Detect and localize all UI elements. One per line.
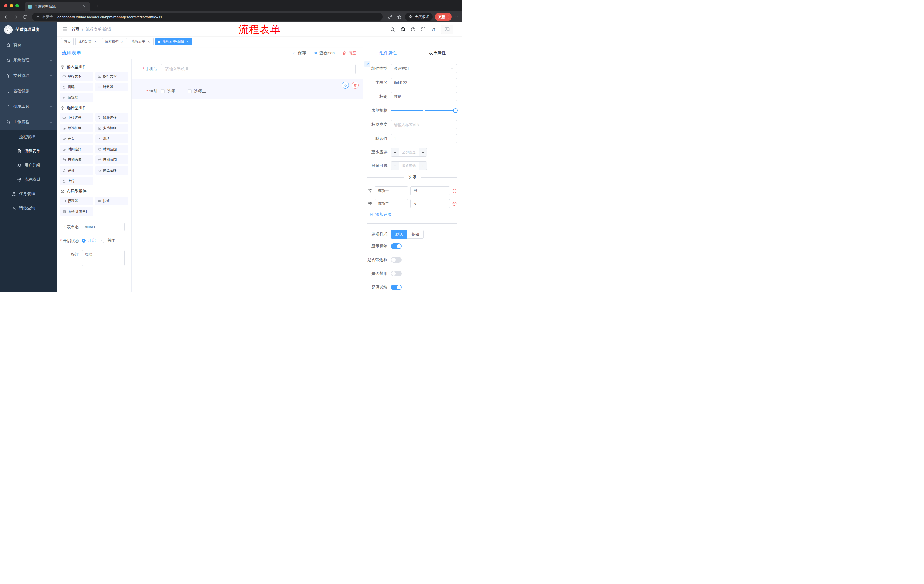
reload-button[interactable] — [21, 13, 28, 20]
option-2-value-input[interactable] — [410, 199, 450, 208]
show-label-switch[interactable] — [391, 243, 402, 249]
min-select-stepper[interactable]: − 至少应选 + — [391, 148, 427, 156]
sidebar-item-infra[interactable]: 基础设施 — [0, 84, 57, 99]
save-button[interactable]: 保存 — [292, 51, 306, 56]
component-chip-counter[interactable]: 计数器 — [96, 82, 129, 91]
sidebar-item-system[interactable]: 系统管理 — [0, 53, 57, 68]
component-chip-editor[interactable]: 编辑器 — [60, 93, 93, 102]
sidebar-logo[interactable]: 芋道管理系统 — [0, 22, 57, 37]
max-select-stepper[interactable]: − 最多可选 + — [391, 161, 427, 170]
checkbox-option-2[interactable]: 选项二 — [188, 89, 206, 94]
component-chip-password[interactable]: 密码 — [60, 82, 93, 91]
address-bar[interactable]: 不安全 dashboard.yudao.iocoder.cn/bpm/manag… — [32, 13, 383, 21]
required-switch[interactable] — [391, 285, 402, 290]
tag-process-form[interactable]: 流程表单 × — [129, 38, 153, 45]
remark-textarea[interactable]: 嘿嘿 — [82, 250, 125, 266]
sidebar-item-payment[interactable]: 支付管理 — [0, 68, 57, 84]
font-size-icon[interactable] — [431, 26, 436, 32]
component-chip-switch[interactable]: 开关 — [60, 134, 93, 143]
sidebar-item-user-group[interactable]: 用户分组 — [0, 158, 57, 173]
tab-component-props[interactable]: 组件属性 — [363, 47, 413, 59]
option-2-label-input[interactable] — [375, 199, 408, 208]
component-chip-row-container[interactable]: 行容器 — [60, 197, 93, 205]
back-button[interactable] — [3, 13, 10, 20]
sidebar-item-process-model[interactable]: 流程模型 — [0, 173, 57, 187]
field-name-input[interactable] — [391, 78, 457, 87]
minus-button[interactable]: − — [391, 148, 399, 156]
tab-form-props[interactable]: 表单属性 — [413, 47, 462, 59]
form-name-input[interactable] — [82, 222, 125, 231]
form-canvas[interactable]: 手机号 性别 — [132, 59, 363, 292]
border-switch[interactable] — [391, 257, 402, 263]
default-value-input[interactable] — [391, 134, 457, 143]
style-button-button[interactable]: 按钮 — [408, 230, 424, 239]
radio-closed[interactable]: 关闭 — [101, 238, 116, 243]
component-chip-single-text[interactable]: 单行文本 — [60, 72, 93, 81]
incognito-badge[interactable]: 无痕模式 — [405, 13, 432, 21]
new-tab-button[interactable] — [94, 2, 101, 9]
component-chip-date-picker[interactable]: 日期选择 — [60, 155, 93, 164]
component-chip-button[interactable]: 按钮 — [96, 197, 129, 205]
tab-close-icon[interactable] — [82, 4, 87, 9]
traffic-light-zoom[interactable] — [15, 4, 19, 7]
sidebar-item-workflow[interactable]: 工作流程 — [0, 114, 57, 130]
plus-button[interactable]: + — [419, 148, 427, 156]
traffic-light-close[interactable] — [4, 4, 7, 7]
delete-button[interactable] — [351, 82, 358, 89]
close-icon[interactable]: × — [147, 40, 151, 44]
component-chip-upload[interactable]: 上传 — [60, 176, 93, 185]
browser-tab[interactable]: 芋道管理系统 — [25, 2, 90, 12]
fullscreen-icon[interactable] — [421, 26, 426, 32]
checkbox-option-1[interactable]: 选项一 — [161, 89, 179, 94]
link-icon[interactable] — [364, 61, 370, 67]
option-1-label-input[interactable] — [375, 186, 408, 196]
question-icon[interactable] — [410, 26, 416, 32]
component-chip-multi-text[interactable]: 多行文本 — [96, 72, 129, 81]
close-icon[interactable]: × — [94, 40, 97, 44]
toolbar-chevron-icon[interactable] — [454, 14, 459, 20]
component-chip-cascader[interactable]: 级联选择 — [96, 113, 129, 122]
tag-process-definition[interactable]: 流程定义 × — [76, 38, 101, 45]
minus-circle-icon[interactable] — [452, 189, 457, 193]
component-chip-rate[interactable]: 评分 — [60, 166, 93, 174]
canvas-field-gender[interactable]: 性别 选项一 选项二 — [132, 79, 363, 99]
user-avatar[interactable] — [441, 25, 457, 34]
tag-process-form-edit[interactable]: 流程表单-编辑 × — [155, 38, 192, 45]
drag-icon[interactable] — [367, 201, 373, 206]
form-grid-slider[interactable] — [391, 106, 457, 115]
bookmark-star-icon[interactable] — [396, 13, 403, 20]
password-key-icon[interactable] — [386, 13, 393, 20]
component-chip-checkbox-group[interactable]: 多选框组 — [96, 124, 129, 132]
component-chip-date-range[interactable]: 日期范围 — [96, 155, 129, 164]
radio-open[interactable]: 开启 — [82, 238, 96, 243]
sidebar-item-task-management[interactable]: 任务管理 — [0, 187, 57, 201]
forward-button[interactable] — [12, 13, 19, 20]
disabled-switch[interactable] — [391, 271, 402, 276]
search-icon[interactable] — [390, 26, 395, 32]
sidebar-item-process-management[interactable]: 流程管理 — [0, 130, 57, 144]
minus-circle-icon[interactable] — [452, 201, 457, 206]
copy-button[interactable] — [342, 82, 349, 89]
close-icon[interactable]: × — [120, 40, 124, 44]
style-default-button[interactable]: 默认 — [391, 230, 408, 239]
traffic-light-minimize[interactable] — [10, 4, 13, 7]
sidebar-item-process-form[interactable]: 流程表单 — [0, 144, 57, 158]
phone-input[interactable] — [161, 64, 356, 74]
component-chip-radio-group[interactable]: 单选框组 — [60, 124, 93, 132]
component-chip-time-range[interactable]: 时间范围 — [96, 145, 129, 153]
component-chip-color-picker[interactable]: 颜色选择 — [96, 166, 129, 174]
component-type-select[interactable]: 多选框组 — [391, 64, 457, 73]
sidebar-item-devtools[interactable]: 研发工具 — [0, 99, 57, 114]
add-option-button[interactable]: 添加选项 — [370, 212, 457, 217]
view-json-button[interactable]: 查看json — [314, 51, 335, 56]
tag-process-model[interactable]: 流程模型 × — [102, 38, 127, 45]
clear-button[interactable]: 清空 — [342, 51, 356, 56]
canvas-field-phone[interactable]: 手机号 — [135, 63, 359, 75]
option-1-value-input[interactable] — [410, 186, 450, 196]
slider-handle[interactable] — [453, 108, 458, 113]
label-width-input[interactable] — [391, 120, 457, 129]
component-chip-select[interactable]: 下拉选择 — [60, 113, 93, 122]
component-chip-slider[interactable]: 滑块 — [96, 134, 129, 143]
tag-home[interactable]: 首页 — [61, 38, 74, 45]
github-icon[interactable] — [400, 26, 405, 32]
